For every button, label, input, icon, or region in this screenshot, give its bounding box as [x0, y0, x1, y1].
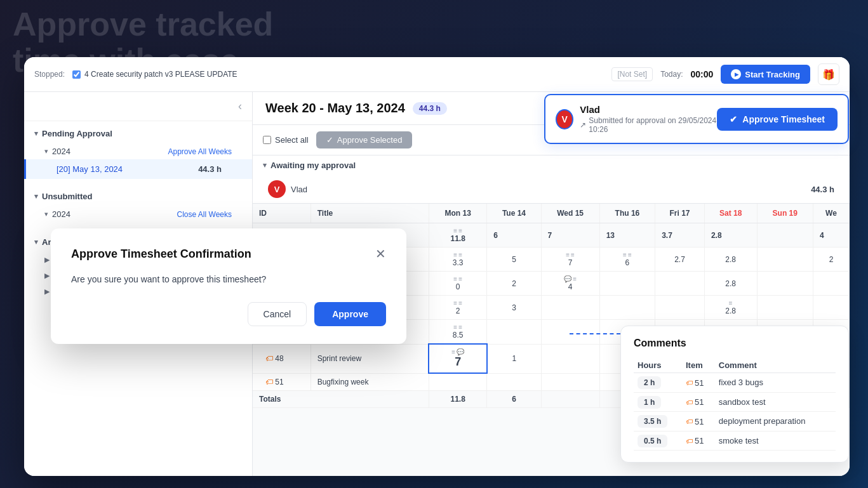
unsubmitted-section: ▾ Unsubmitted ▾ 2024 Close All Weeks [24, 184, 252, 225]
row-1-sun [757, 247, 813, 272]
comment-text: deployment preparation [715, 412, 836, 432]
row-3-sat: 2.8 [704, 272, 757, 296]
row-51-mon [429, 373, 486, 390]
comments-title: Comments [634, 338, 836, 349]
task-name: 4 Create security patch v3 PLEASE UPDATE [84, 70, 237, 79]
approve-all-weeks-link[interactable]: Approve All Weeks [168, 147, 232, 156]
approve-selected-button[interactable]: ✓ Approve Selected [316, 131, 413, 148]
notif-left: V Vlad ↗ Submitted for approval on 29/05… [556, 104, 717, 134]
totals-wed [541, 390, 599, 407]
row-3-wed: 💬≡ 4 [541, 272, 599, 296]
row-47-mon: ≡≡ 8.5 [429, 320, 486, 345]
group-mon-total: ≡≡ 11.8 [429, 223, 486, 247]
comment-row: 3.5 h 🏷51 deployment preparation [634, 412, 836, 432]
modal-header: Approve Timesheet Confirmation ✕ [71, 246, 386, 261]
row-48-mon-highlighted[interactable]: ≡💬 7 [429, 344, 486, 373]
modal-body: Are you sure you want to approve this ti… [71, 274, 386, 284]
col-sun19: Sun 19 [757, 204, 813, 223]
col-fri17: Fri 17 [655, 204, 705, 223]
row-3-tue: 2 [487, 272, 541, 296]
comments-col-item: Item [682, 358, 715, 373]
week-header-title: Week 20 - May 13, 2024 [265, 101, 405, 115]
item-icon: 🏷 [686, 399, 693, 406]
archived-2024-chevron: ▶ [44, 256, 50, 264]
awaiting-chevron-icon: ▾ [263, 161, 267, 169]
pending-approval-section: ▾ Pending Approval ▾ 2024 Approve All We… [24, 121, 252, 181]
comment-row: 0.5 h 🏷51 smoke test [634, 431, 836, 451]
pending-approval-title: ▾ Pending Approval [34, 129, 112, 138]
comments-col-comment: Comment [715, 358, 836, 373]
approve-confirm-button[interactable]: Approve [314, 302, 386, 326]
top-bar: Stopped: 4 Create security patch v3 PLEA… [24, 57, 850, 92]
item-icon: 🏷 [686, 418, 693, 425]
col-wed15: Wed 15 [541, 204, 599, 223]
group-wed-total: 7 [541, 223, 599, 247]
task-badge: 4 Create security patch v3 PLEASE UPDATE [72, 70, 237, 79]
modal-actions: Cancel Approve [71, 302, 386, 326]
row-3-sun [757, 272, 813, 296]
comment-hours: 0.5 h [638, 435, 667, 447]
group-we-total: 4 [813, 223, 850, 247]
row-47-wed [541, 320, 599, 345]
notif-name: Vlad [580, 104, 717, 115]
comment-hours: 3.5 h [638, 415, 667, 428]
row-51-id: 🏷 51 [253, 373, 310, 390]
col-title: Title [310, 204, 429, 223]
row-48-tue: 1 [487, 344, 541, 373]
row-1-thu: ≡≡ 6 [599, 247, 655, 272]
pending-approval-label: Pending Approval [42, 129, 112, 138]
row-5-sat: ≡ 2.8 [704, 296, 757, 320]
comment-item: 🏷51 [686, 436, 704, 445]
col-sat18: Sat 18 [704, 204, 757, 223]
approve-timesheet-label: Approve Timesheet [742, 114, 825, 124]
unsubmitted-title: ▾ Unsubmitted [34, 192, 92, 201]
approve-check-icon: ✔ [730, 114, 737, 124]
row-51-tue [487, 373, 541, 390]
unsub-year: 2024 [52, 209, 70, 219]
group-sat-total: 2.8 [704, 223, 757, 247]
row-1-tue: 5 [487, 247, 541, 272]
cancel-button[interactable]: Cancel [248, 302, 307, 326]
play-icon [731, 69, 741, 79]
row-5-we [813, 296, 850, 320]
row-47-tue [487, 320, 541, 345]
modal-close-button[interactable]: ✕ [375, 246, 386, 261]
gift-button[interactable]: 🎁 [818, 63, 839, 85]
user-name-vlad: Vlad [291, 185, 307, 194]
start-tracking-label: Start Tracking [745, 70, 800, 79]
row-1-we: 2 [813, 247, 850, 272]
comments-popup: Comments Hours Item Comment 2 h 🏷51 fixe… [620, 326, 849, 463]
row-1-sat: 2.8 [704, 247, 757, 272]
row-5-mon: ≡≡ 2 [429, 296, 486, 320]
close-all-weeks-link[interactable]: Close All Weeks [177, 210, 232, 219]
today-time: 00:00 [690, 69, 713, 79]
comment-item: 🏷51 [686, 417, 704, 426]
select-all-label: Select all [275, 135, 309, 145]
row-5-sun [757, 296, 813, 320]
archived-2022-chevron: ▶ [44, 287, 50, 296]
group-sun-total [757, 223, 813, 247]
sidebar-header: ‹ [24, 92, 252, 121]
comment-hours: 2 h [638, 376, 661, 389]
row-5-wed [541, 296, 599, 320]
row-3-fri [655, 272, 705, 296]
sidebar-collapse-button[interactable]: ‹ [238, 100, 242, 113]
row-3-thu [599, 272, 655, 296]
week-row[interactable]: [20] May 13, 2024 44.3 h [24, 159, 252, 179]
comment-text: smoke test [715, 431, 836, 451]
select-all-checkbox[interactable] [263, 136, 271, 144]
confirmation-modal: Approve Timesheet Confirmation ✕ Are you… [51, 228, 406, 344]
comments-col-hours: Hours [634, 358, 682, 373]
pending-approval-header[interactable]: ▾ Pending Approval [24, 124, 252, 143]
comment-text: sandbox test [715, 392, 836, 412]
start-tracking-button[interactable]: Start Tracking [721, 65, 810, 84]
unsub-year-label: ▾ 2024 [44, 209, 70, 219]
row-1-mon: ≡≡ 3.3 [429, 247, 486, 272]
user-row-vlad[interactable]: V Vlad 44.3 h [253, 175, 850, 203]
approve-timesheet-button[interactable]: ✔ Approve Timesheet [717, 108, 838, 131]
pending-year-label: ▾ 2024 [44, 147, 70, 156]
row-48-id: 🏷 48 [253, 344, 310, 373]
task-checkbox[interactable] [72, 70, 81, 79]
unsubmitted-header[interactable]: ▾ Unsubmitted [24, 187, 252, 206]
year-chevron-icon: ▾ [44, 147, 48, 155]
